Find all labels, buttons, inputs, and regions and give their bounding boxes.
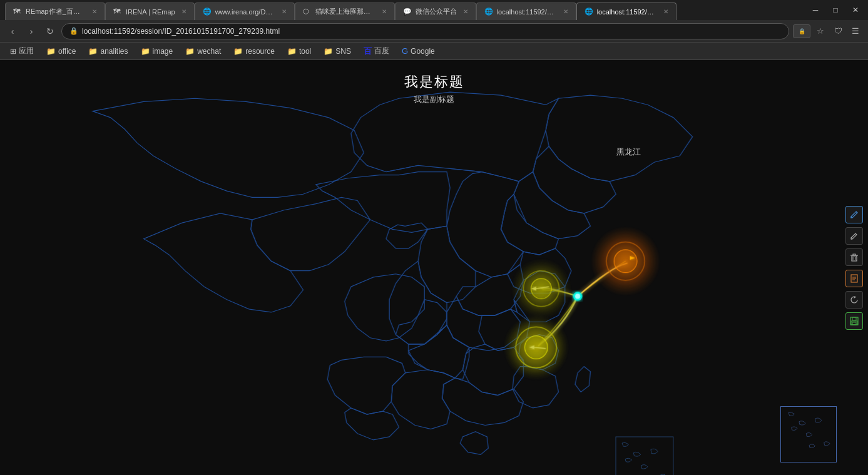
document-button[interactable] bbox=[845, 270, 863, 287]
nav-bar: ‹ › ↻ 🔒 localhost:11592/session/ID_20161… bbox=[0, 20, 868, 43]
bookmark-google-label: Google bbox=[411, 47, 435, 56]
map-subtitle: 我是副标题 bbox=[404, 94, 464, 105]
map-title: 我是标题 bbox=[404, 73, 464, 91]
tab-7-close[interactable]: ✕ bbox=[663, 8, 668, 15]
nav-right-controls: 🔒 ☆ 🛡 ☰ bbox=[793, 24, 863, 39]
bookmark-tool-label: tool bbox=[299, 47, 311, 56]
map-container: 我是标题 我是副标题 黑龙江 bbox=[0, 60, 868, 475]
tab-2-close[interactable]: ✕ bbox=[181, 8, 186, 15]
address-bar[interactable]: 🔒 localhost:11592/session/ID_20161015191… bbox=[61, 23, 789, 39]
bookmark-resource-label: resource bbox=[245, 47, 275, 56]
mini-map bbox=[780, 406, 837, 462]
google-icon: G bbox=[402, 46, 408, 56]
trash-icon bbox=[850, 253, 859, 262]
shield-button[interactable]: 🛡 bbox=[830, 24, 845, 39]
right-toolbar bbox=[845, 206, 863, 330]
svg-point-13 bbox=[575, 294, 580, 299]
content-area: 我是标题 我是副标题 黑龙江 bbox=[0, 60, 868, 475]
tab-2-icon: 🗺 bbox=[113, 8, 122, 16]
draw-pencil-button[interactable] bbox=[845, 206, 863, 223]
tab-3-icon: 🌐 bbox=[203, 8, 212, 16]
window-controls: ─ □ ✕ bbox=[805, 0, 868, 20]
tab-7-icon: 🌐 bbox=[585, 8, 593, 16]
extension-button[interactable]: 🔒 bbox=[793, 24, 810, 38]
bookmark-wechat[interactable]: 📁 wechat bbox=[180, 46, 226, 57]
bookmark-button[interactable]: ☆ bbox=[813, 24, 828, 39]
close-button[interactable]: ✕ bbox=[845, 0, 865, 20]
delete-button[interactable] bbox=[845, 248, 863, 266]
folder-icon-tool: 📁 bbox=[287, 47, 297, 56]
tab-6-icon: 🌐 bbox=[484, 8, 493, 16]
bookmark-google[interactable]: G Google bbox=[397, 45, 440, 57]
bookmark-image[interactable]: 📁 image bbox=[136, 46, 178, 57]
apps-grid-icon: ⊞ bbox=[10, 47, 16, 56]
baidu-icon: 百 bbox=[364, 46, 372, 57]
reload-button[interactable]: ↻ bbox=[43, 24, 58, 39]
folder-icon-wechat: 📁 bbox=[185, 47, 195, 56]
svg-line-2 bbox=[450, 168, 482, 171]
tab-7[interactable]: 🌐 localhost:11592/se… ✕ bbox=[576, 3, 677, 20]
tab-2[interactable]: 🗺 IRENA | REmap ✕ bbox=[105, 3, 195, 20]
bookmark-tool[interactable]: 📁 tool bbox=[282, 46, 316, 57]
bookmark-wechat-label: wechat bbox=[197, 47, 221, 56]
forward-button[interactable]: › bbox=[24, 24, 39, 39]
refresh-icon bbox=[850, 295, 859, 304]
tab-1[interactable]: 🗺 REmap作者_百度搭… ✕ bbox=[5, 3, 105, 20]
back-button[interactable]: ‹ bbox=[5, 24, 20, 39]
edit-button[interactable] bbox=[845, 227, 863, 245]
refresh-button[interactable] bbox=[845, 291, 863, 309]
folder-icon-image: 📁 bbox=[141, 47, 150, 56]
browser-frame: 🗺 REmap作者_百度搭… ✕ 🗺 IRENA | REmap ✕ 🌐 www… bbox=[0, 0, 868, 475]
bookmark-sns-label: SNS bbox=[335, 47, 351, 56]
tab-6-title: localhost:11592/se… bbox=[497, 8, 557, 16]
tab-5[interactable]: 💬 微信公众平台 ✕ bbox=[395, 3, 476, 20]
bookmark-baidu[interactable]: 百 百度 bbox=[359, 44, 394, 58]
tab-6-close[interactable]: ✕ bbox=[563, 8, 568, 15]
bookmark-image-label: image bbox=[153, 47, 173, 56]
tab-4-icon: ⬡ bbox=[303, 8, 312, 16]
svg-point-5 bbox=[614, 250, 637, 273]
bookmark-sns[interactable]: 📁 SNS bbox=[319, 46, 356, 57]
svg-line-1 bbox=[386, 165, 418, 171]
bookmark-office-label: office bbox=[58, 47, 76, 56]
save-icon bbox=[850, 317, 859, 325]
save-button[interactable] bbox=[845, 312, 863, 330]
tab-4-title: 猫咪爱上海豚那只星… bbox=[315, 7, 375, 16]
folder-icon-resource: 📁 bbox=[233, 47, 243, 56]
document-icon bbox=[850, 274, 859, 283]
tab-1-title: REmap作者_百度搭… bbox=[26, 7, 86, 16]
tab-3[interactable]: 🌐 www.irena.org/Do… ✕ bbox=[195, 3, 295, 20]
tab-4-close[interactable]: ✕ bbox=[382, 8, 387, 15]
tab-1-close[interactable]: ✕ bbox=[92, 8, 97, 15]
bookmark-analities[interactable]: 📁 analities bbox=[83, 46, 133, 57]
tab-3-close[interactable]: ✕ bbox=[282, 8, 287, 15]
tab-2-title: IRENA | REmap bbox=[126, 8, 175, 16]
map-title-container: 我是标题 我是副标题 bbox=[404, 73, 464, 105]
url-text: localhost:11592/session/ID_2016101519170… bbox=[82, 27, 280, 36]
tab-bar: 🗺 REmap作者_百度搭… ✕ 🗺 IRENA | REmap ✕ 🌐 www… bbox=[0, 0, 868, 20]
tab-7-title: localhost:11592/se… bbox=[597, 8, 657, 16]
bookmark-apps-label: 应用 bbox=[19, 46, 34, 56]
tab-6[interactable]: 🌐 localhost:11592/se… ✕ bbox=[476, 3, 576, 20]
region-label-heilongjiang: 黑龙江 bbox=[616, 146, 641, 158]
bookmark-analities-label: analities bbox=[100, 47, 128, 56]
lock-icon: 🔒 bbox=[69, 27, 78, 35]
bookmark-office[interactable]: 📁 office bbox=[41, 46, 81, 57]
edit-icon bbox=[850, 232, 859, 240]
bookmark-baidu-label: 百度 bbox=[374, 46, 389, 56]
maximize-button[interactable]: □ bbox=[825, 0, 845, 20]
tab-5-close[interactable]: ✕ bbox=[463, 8, 468, 15]
menu-button[interactable]: ☰ bbox=[848, 24, 863, 39]
folder-icon-sns: 📁 bbox=[324, 47, 333, 56]
folder-icon-analities: 📁 bbox=[88, 47, 98, 56]
bookmark-resource[interactable]: 📁 resource bbox=[228, 46, 280, 57]
bookmark-apps[interactable]: ⊞ 应用 bbox=[5, 44, 39, 58]
tab-1-icon: 🗺 bbox=[13, 8, 22, 16]
tab-4[interactable]: ⬡ 猫咪爱上海豚那只星… ✕ bbox=[295, 3, 395, 20]
minimize-button[interactable]: ─ bbox=[805, 0, 825, 20]
svg-rect-18 bbox=[852, 256, 857, 261]
tab-3-title: www.irena.org/Do… bbox=[215, 8, 275, 16]
mini-map-svg bbox=[781, 407, 837, 463]
china-map-svg bbox=[0, 60, 868, 475]
bookmarks-bar: ⊞ 应用 📁 office 📁 analities 📁 image 📁 wech… bbox=[0, 43, 868, 60]
